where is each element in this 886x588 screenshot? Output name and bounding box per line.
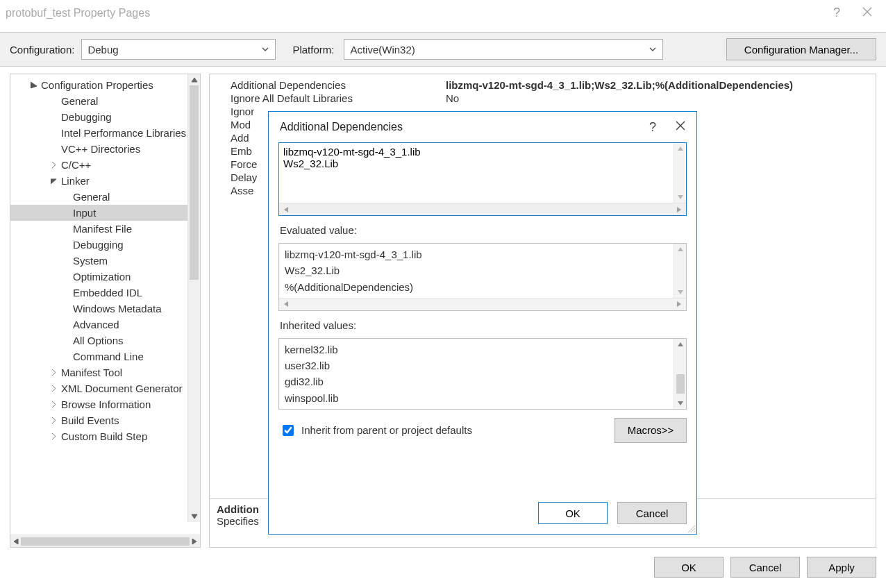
svg-marker-14 <box>284 301 288 307</box>
scroll-down-icon[interactable] <box>677 400 684 407</box>
svg-marker-7 <box>192 539 197 544</box>
tree-item[interactable]: All Options <box>10 333 200 348</box>
footer: OK Cancel Apply <box>0 553 886 588</box>
help-icon[interactable]: ? <box>833 6 840 20</box>
scroll-thumb[interactable] <box>676 374 685 394</box>
tree-item-label: Browse Information <box>61 398 151 410</box>
expander-icon[interactable] <box>49 433 58 439</box>
expander-icon[interactable] <box>49 385 58 392</box>
scroll-up-icon[interactable] <box>677 145 684 152</box>
tree-item[interactable]: Build Events <box>10 412 200 428</box>
scroll-left-icon[interactable] <box>283 206 290 213</box>
platform-combo[interactable]: Active(Win32) <box>344 39 663 60</box>
tree-item[interactable]: Advanced <box>10 317 200 333</box>
dialog-cancel-button[interactable]: Cancel <box>617 502 687 524</box>
tree-item[interactable]: Intel Performance Libraries <box>10 125 200 141</box>
scroll-up-icon[interactable] <box>677 341 684 348</box>
tree-item[interactable]: Custom Build Step <box>10 428 200 444</box>
svg-marker-16 <box>678 247 683 251</box>
scroll-down-icon[interactable] <box>677 289 684 296</box>
tree-item[interactable]: Command Line <box>10 348 200 364</box>
scroll-down-icon[interactable] <box>188 511 200 522</box>
tree-item-label: Input <box>73 207 96 219</box>
dialog-ok-button[interactable]: OK <box>538 502 608 524</box>
evaluated-hscroll[interactable] <box>279 298 686 310</box>
scroll-right-icon[interactable] <box>676 206 683 213</box>
scroll-thumb[interactable] <box>190 85 199 280</box>
svg-marker-2 <box>31 82 37 88</box>
close-icon[interactable] <box>862 7 872 19</box>
tree-item-label: Linker <box>61 175 90 187</box>
tree-item-label: Manifest File <box>73 223 132 235</box>
tree-item[interactable]: C/C++ <box>10 157 200 173</box>
scroll-left-icon[interactable] <box>12 538 19 545</box>
inherited-vscroll[interactable] <box>674 339 686 409</box>
tree-scrollbar-vertical[interactable] <box>187 74 200 522</box>
evaluated-vscroll[interactable] <box>674 244 686 298</box>
tree-item[interactable]: Input <box>10 205 200 221</box>
tree-item[interactable]: Optimization <box>10 269 200 285</box>
dialog-body: Evaluated value: libzmq-v120-mt-sgd-4_3_… <box>269 142 696 495</box>
dependencies-edit-box <box>278 142 687 216</box>
expander-icon[interactable] <box>49 401 58 408</box>
scroll-thumb-horizontal[interactable] <box>21 537 190 546</box>
expander-icon[interactable] <box>49 369 58 376</box>
tree-item[interactable]: Manifest Tool <box>10 364 200 380</box>
svg-marker-18 <box>678 342 683 346</box>
edit-hscroll[interactable] <box>279 203 686 215</box>
dialog-help-icon[interactable]: ? <box>649 120 656 135</box>
tree-item[interactable]: Manifest File <box>10 221 200 237</box>
tree-item[interactable]: Debugging <box>10 237 200 253</box>
expander-icon[interactable] <box>49 417 58 423</box>
scroll-right-icon[interactable] <box>191 538 198 545</box>
inherit-row: Inherit from parent or project defaults … <box>278 415 687 443</box>
scroll-left-icon[interactable] <box>283 301 290 308</box>
macros-button[interactable]: Macros>> <box>615 418 687 443</box>
tree-item[interactable]: VC++ Directories <box>10 141 200 157</box>
expander-icon[interactable] <box>49 178 58 184</box>
configuration-manager-button[interactable]: Configuration Manager... <box>726 38 876 60</box>
tree-item-label: XML Document Generator <box>61 383 183 394</box>
dialog-close-icon[interactable] <box>676 121 685 133</box>
scroll-right-icon[interactable] <box>676 301 683 308</box>
scroll-up-icon[interactable] <box>677 246 684 253</box>
scroll-down-icon[interactable] <box>677 194 684 201</box>
cancel-button[interactable]: Cancel <box>730 557 800 578</box>
inherit-checkbox-text: Inherit from parent or project defaults <box>301 424 472 436</box>
inherit-checkbox-label[interactable]: Inherit from parent or project defaults <box>280 423 472 438</box>
svg-marker-19 <box>678 401 683 405</box>
tree-item[interactable]: Linker <box>10 173 200 189</box>
tree-scrollbar-horizontal[interactable] <box>10 535 200 547</box>
expander-icon[interactable] <box>49 162 58 168</box>
chevron-down-icon <box>649 44 657 56</box>
expander-icon[interactable] <box>28 82 38 88</box>
tree-item[interactable]: XML Document Generator <box>10 380 200 396</box>
dialog-title: Additional Dependencies <box>280 121 403 133</box>
tree-item[interactable]: Debugging <box>10 109 200 125</box>
tree-item[interactable]: Windows Metadata <box>10 301 200 317</box>
property-row[interactable]: Additional Dependencieslibzmq-v120-mt-sg… <box>210 78 876 92</box>
configuration-combo[interactable]: Debug <box>81 39 276 60</box>
tree-root[interactable]: Configuration Properties <box>10 77 200 93</box>
tree-item-label: Optimization <box>73 271 131 283</box>
svg-marker-3 <box>51 179 56 184</box>
tree-item-label: Debugging <box>73 239 124 251</box>
configuration-value: Debug <box>87 44 118 56</box>
tree-item[interactable]: System <box>10 253 200 269</box>
inherit-checkbox[interactable] <box>283 425 294 436</box>
scroll-up-icon[interactable] <box>188 74 200 85</box>
tree-item[interactable]: General <box>10 189 200 205</box>
tree-item[interactable]: General <box>10 93 200 109</box>
inherited-label: Inherited values: <box>278 317 687 333</box>
dependencies-textarea[interactable] <box>279 143 686 203</box>
apply-button[interactable]: Apply <box>807 557 876 578</box>
tree[interactable]: Configuration Properties GeneralDebuggin… <box>10 74 200 535</box>
tree-item[interactable]: Embedded IDL <box>10 285 200 301</box>
property-row[interactable]: Ignore All Default LibrariesNo <box>210 92 876 105</box>
ok-button[interactable]: OK <box>654 557 724 578</box>
tree-item[interactable]: Browse Information <box>10 396 200 412</box>
property-name: Ignore All Default Libraries <box>231 92 446 104</box>
platform-value: Active(Win32) <box>350 44 415 56</box>
resize-grip-icon[interactable] <box>685 523 695 532</box>
edit-vscroll[interactable] <box>674 143 686 203</box>
